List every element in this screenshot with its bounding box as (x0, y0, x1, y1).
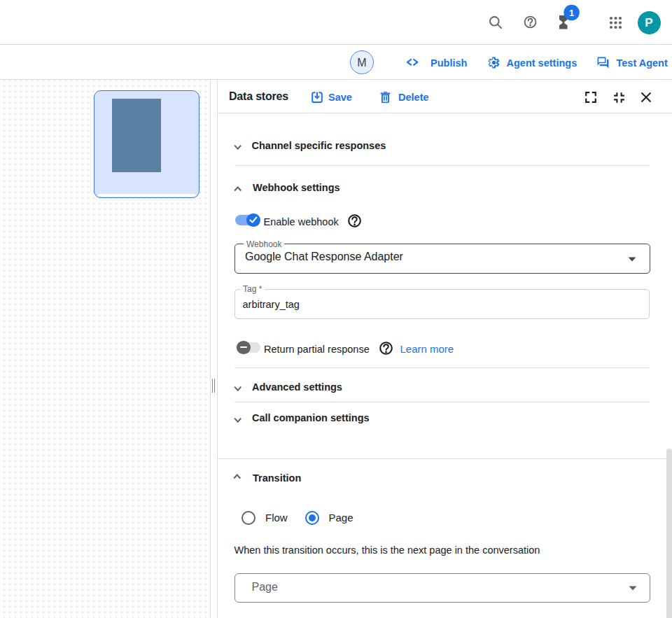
svg-text:1: 1 (569, 8, 574, 18)
